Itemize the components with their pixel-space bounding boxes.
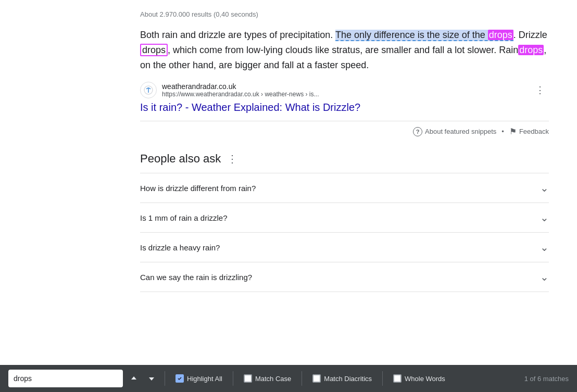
chevron-icon-0: ⌄ [540, 182, 549, 194]
accordion-row-0[interactable]: How is drizzle different from rain? ⌄ [140, 173, 549, 203]
about-featured-snippets[interactable]: ? About featured snippets [413, 127, 496, 136]
accordion-question-1: Is 1 mm of rain a drizzle? [140, 213, 228, 222]
people-ask-menu[interactable]: ⋮ [227, 153, 237, 165]
accordion-item-3: Can we say the rain is drizzling? ⌄ [140, 262, 549, 292]
accordion-question-2: Is drizzle a heavy rain? [140, 243, 220, 252]
flag-icon: ⚑ [509, 127, 517, 136]
results-count: About 2.970.000 results (0,40 seconds) [140, 10, 549, 18]
people-ask-title: People also ask [140, 152, 221, 166]
dot-separator: • [501, 128, 504, 135]
feedback-label: Feedback [519, 128, 549, 135]
accordion-item-0: How is drizzle different from rain? ⌄ [140, 173, 549, 203]
help-icon: ? [413, 127, 422, 136]
source-favicon [140, 82, 157, 98]
chevron-icon-1: ⌄ [540, 211, 549, 224]
highlight-magenta-drops-2: drops [518, 45, 544, 55]
chevron-icon-3: ⌄ [540, 271, 549, 283]
accordion-question-0: How is drizzle different from rain? [140, 184, 256, 193]
snippet-footer: ? About featured snippets • ⚑ Feedback [140, 121, 549, 136]
main-content: About 2.970.000 results (0,40 seconds) B… [12, 0, 565, 344]
accordion-question-3: Can we say the rain is drizzling? [140, 273, 252, 282]
source-row: weatherandradar.co.uk https://www.weathe… [140, 82, 549, 98]
highlight-magenta-border-drops: drops [140, 44, 168, 56]
accordion-item-2: Is drizzle a heavy rain? ⌄ [140, 232, 549, 262]
snippet-text: Both rain and drizzle are types of preci… [140, 28, 549, 72]
accordion-row-2[interactable]: Is drizzle a heavy rain? ⌄ [140, 233, 549, 262]
accordion-row-1[interactable]: Is 1 mm of rain a drizzle? ⌄ [140, 203, 549, 232]
source-name: weatherandradar.co.uk [162, 82, 319, 91]
people-ask-header: People also ask ⋮ [140, 152, 549, 166]
accordion-item-1: Is 1 mm of rain a drizzle? ⌄ [140, 203, 549, 232]
source-url: https://www.weatherandradar.co.uk › weat… [162, 91, 319, 98]
highlight-magenta-drops-1: drops [488, 30, 513, 40]
source-menu-dots[interactable]: ⋮ [531, 82, 549, 98]
highlight-blue-span: The only difference is the size of the d… [335, 30, 513, 41]
feedback-button[interactable]: ⚑ Feedback [509, 127, 549, 136]
snippet-link[interactable]: Is it rain? - Weather Explained: What is… [140, 102, 549, 113]
people-also-ask: People also ask ⋮ How is drizzle differe… [140, 152, 549, 292]
chevron-icon-2: ⌄ [540, 241, 549, 254]
about-label: About featured snippets [425, 128, 496, 135]
accordion-row-3[interactable]: Can we say the rain is drizzling? ⌄ [140, 262, 549, 292]
source-info: weatherandradar.co.uk https://www.weathe… [162, 82, 319, 98]
